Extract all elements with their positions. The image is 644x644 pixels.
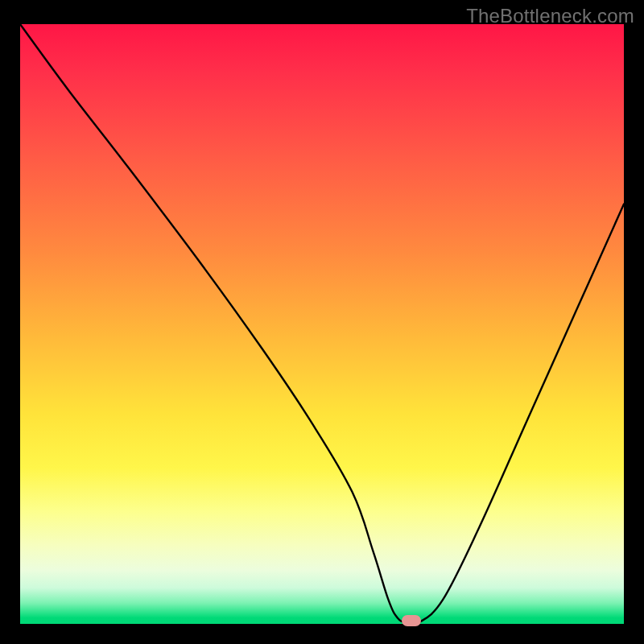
optimal-point-marker (402, 615, 421, 626)
chart-frame: TheBottleneck.com (0, 0, 644, 644)
plot-area (20, 24, 624, 624)
watermark-text: TheBottleneck.com (466, 5, 634, 27)
curve-path (20, 24, 624, 625)
bottleneck-curve (20, 24, 624, 624)
